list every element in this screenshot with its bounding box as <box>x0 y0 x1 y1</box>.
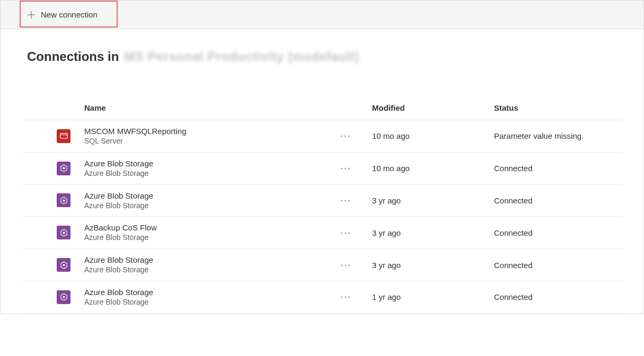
azure-blob-icon <box>57 258 70 272</box>
row-status-cell: Connected <box>490 184 622 217</box>
row-actions-cell: ··· <box>336 184 368 217</box>
table-row[interactable]: Azure Blob Storage Azure Blob Storage ··… <box>22 152 622 184</box>
connection-subtitle: SQL Server <box>84 137 332 146</box>
row-actions-cell: ··· <box>336 249 368 281</box>
row-status-cell: Connected <box>490 249 622 281</box>
row-status-cell: Connected <box>490 152 622 184</box>
more-actions-button[interactable]: ··· <box>340 260 351 270</box>
toolbar: New connection <box>1 1 643 29</box>
plus-icon <box>27 11 36 19</box>
sql-server-icon <box>57 129 70 143</box>
svg-point-7 <box>63 232 65 234</box>
row-modified-cell: 3 yr ago <box>368 249 490 281</box>
row-name-cell[interactable]: Azure Blob Storage Azure Blob Storage <box>80 249 336 281</box>
connection-name: Azure Blob Storage <box>84 191 332 201</box>
connection-subtitle: Azure Blob Storage <box>84 201 332 210</box>
row-icon-cell <box>22 184 80 217</box>
more-actions-button[interactable]: ··· <box>340 195 351 206</box>
row-name-cell[interactable]: MSCOM MWFSQLReporting SQL Server <box>80 120 336 153</box>
connection-subtitle: Azure Blob Storage <box>84 169 332 178</box>
row-modified-cell: 10 mo ago <box>368 120 490 153</box>
row-modified-cell: 3 yr ago <box>368 217 490 249</box>
row-icon-cell <box>22 281 80 313</box>
row-icon-cell <box>22 152 80 184</box>
row-name-cell[interactable]: AzBackup CoS Flow Azure Blob Storage <box>80 217 336 249</box>
connection-subtitle: Azure Blob Storage <box>84 265 332 274</box>
more-actions-button[interactable]: ··· <box>340 130 351 141</box>
svg-point-5 <box>63 199 65 201</box>
connection-name: MSCOM MWFSQLReporting <box>84 127 332 136</box>
more-actions-button[interactable]: ··· <box>340 163 351 173</box>
connection-subtitle: Azure Blob Storage <box>84 233 332 242</box>
row-name-cell[interactable]: Azure Blob Storage Azure Blob Storage <box>80 281 336 313</box>
table-row[interactable]: Azure Blob Storage Azure Blob Storage ··… <box>22 184 622 217</box>
row-modified-cell: 3 yr ago <box>368 184 490 217</box>
new-connection-button[interactable]: New connection <box>21 7 104 22</box>
page-title: Connections in <box>27 49 119 64</box>
row-icon-cell <box>22 120 80 153</box>
svg-point-11 <box>63 296 65 298</box>
row-actions-cell: ··· <box>336 120 368 153</box>
azure-blob-icon <box>57 290 70 304</box>
row-actions-cell: ··· <box>336 217 368 249</box>
azure-blob-icon <box>57 226 70 239</box>
col-icon-header <box>22 96 80 120</box>
connections-table: Name Modified Status MSCOM MWFSQLReporti… <box>22 96 622 314</box>
connection-name: Azure Blob Storage <box>84 255 332 265</box>
col-status-header[interactable]: Status <box>490 96 622 120</box>
svg-rect-0 <box>60 134 67 138</box>
svg-point-3 <box>63 167 65 170</box>
row-modified-cell: 1 yr ago <box>368 281 490 313</box>
col-modified-header[interactable]: Modified <box>368 96 490 120</box>
azure-blob-icon <box>57 162 70 175</box>
row-actions-cell: ··· <box>336 281 368 313</box>
row-status-cell: Connected <box>490 281 622 313</box>
table-row[interactable]: Azure Blob Storage Azure Blob Storage ··… <box>22 249 622 281</box>
col-actions-header <box>336 96 368 120</box>
page-title-row: Connections in MS Personal Productivity … <box>1 29 643 64</box>
row-status-cell: Connected <box>490 217 622 249</box>
row-name-cell[interactable]: Azure Blob Storage Azure Blob Storage <box>80 152 336 184</box>
table-row[interactable]: MSCOM MWFSQLReporting SQL Server ··· 10 … <box>22 120 622 153</box>
more-actions-button[interactable]: ··· <box>340 227 351 238</box>
azure-blob-icon <box>57 193 70 207</box>
svg-point-9 <box>63 264 65 266</box>
row-actions-cell: ··· <box>336 152 368 184</box>
more-actions-button[interactable]: ··· <box>340 291 351 302</box>
table-row[interactable]: Azure Blob Storage Azure Blob Storage ··… <box>22 281 622 313</box>
row-icon-cell <box>22 249 80 281</box>
row-name-cell[interactable]: Azure Blob Storage Azure Blob Storage <box>80 184 336 217</box>
connection-name: Azure Blob Storage <box>84 159 332 168</box>
row-status-cell: Parameter value missing. <box>490 120 622 153</box>
environment-name-blurred: MS Personal Productivity (msdefault) <box>124 49 359 64</box>
connection-name: Azure Blob Storage <box>84 288 332 297</box>
row-modified-cell: 10 mo ago <box>368 152 490 184</box>
col-name-header[interactable]: Name <box>80 96 336 120</box>
connection-subtitle: Azure Blob Storage <box>84 298 332 307</box>
row-icon-cell <box>22 217 80 249</box>
table-row[interactable]: AzBackup CoS Flow Azure Blob Storage ···… <box>22 217 622 249</box>
connection-name: AzBackup CoS Flow <box>84 223 332 233</box>
new-connection-label: New connection <box>41 10 98 19</box>
